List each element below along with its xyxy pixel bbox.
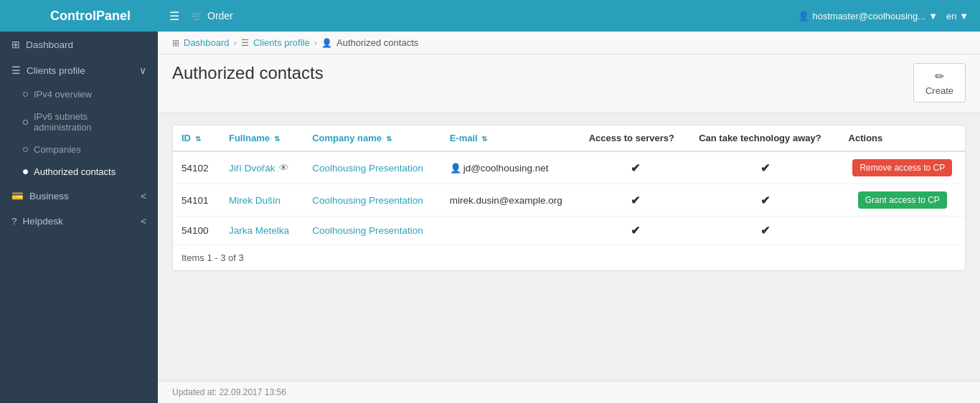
col-company-label: Company name: [312, 133, 382, 143]
page-title: Authorized contacts: [172, 63, 324, 83]
dashboard-icon: ⊞: [11, 39, 20, 50]
order-label: Order: [207, 10, 233, 22]
breadcrumb: ⊞ Dashboard › ☰ Clients profile › 👤 Auth…: [158, 32, 980, 54]
create-icon: ✏: [935, 70, 944, 83]
cell-access-servers: ✔: [580, 184, 691, 217]
cell-take-tech: ✔: [690, 217, 839, 245]
grant-access-button[interactable]: Grant access to CP: [858, 191, 947, 209]
bc-sep-1: ›: [234, 37, 237, 48]
cell-email: [441, 217, 580, 245]
chevron-left-icon-helpdesk: <: [141, 216, 146, 227]
sidebar-item-clients-profile[interactable]: ☰ Clients profile ∨: [0, 57, 158, 83]
col-email[interactable]: E-mail ⇅: [441, 125, 580, 151]
cell-actions: [840, 217, 965, 245]
email-value: mirek.dusin@example.org: [450, 195, 562, 206]
bc-clients-icon: ☰: [241, 38, 249, 48]
lang-selector[interactable]: en ▼: [946, 11, 969, 22]
contacts-table: ID ⇅ Fullname ⇅ Company name ⇅: [173, 125, 965, 245]
sidebar-label-authorized-contacts: Authorized contacts: [34, 166, 116, 177]
col-actions: Actions: [840, 125, 965, 151]
cell-company[interactable]: Coolhousing Presentation: [303, 217, 440, 245]
sidebar-item-companies[interactable]: Companies: [0, 138, 158, 161]
user-info[interactable]: 👤 hostmaster@coolhousing... ▼: [798, 11, 938, 22]
eye-icon[interactable]: 👁: [279, 163, 289, 174]
remove-access-button[interactable]: Remove access to CP: [852, 159, 952, 176]
sidebar-item-authorized-contacts[interactable]: Authorized contacts: [0, 161, 158, 183]
cell-fullname[interactable]: Jarka Metelka: [220, 217, 303, 245]
clients-profile-icon: ☰: [11, 65, 21, 76]
check-access-servers: ✔: [631, 224, 640, 237]
cell-fullname[interactable]: Jiří Dvořák👁: [220, 151, 303, 184]
order-link[interactable]: 🛒 Order: [191, 10, 233, 22]
cell-actions: Remove access to CP: [840, 151, 965, 184]
check-take-tech: ✔: [760, 224, 770, 237]
cell-fullname[interactable]: Mirek Dušín: [220, 184, 303, 217]
nav-right: 👤 hostmaster@coolhousing... ▼ en ▼: [798, 11, 969, 22]
create-button[interactable]: ✏ Create: [913, 63, 966, 103]
bc-current: Authorized contacts: [336, 37, 418, 48]
sidebar-label-ipv4: IPv4 overview: [34, 89, 92, 100]
top-navbar: ControlPanel ☰ 🛒 Order 👤 hostmaster@cool…: [0, 0, 980, 32]
helpdesk-icon: ?: [11, 216, 17, 227]
user-icon: 👤: [798, 11, 809, 22]
brand-logo: ControlPanel: [11, 9, 169, 24]
sort-company-icon: ⇅: [386, 135, 392, 143]
sidebar-item-dashboard[interactable]: ⊞ Dashboard: [0, 32, 158, 57]
check-take-tech: ✔: [760, 162, 770, 174]
sidebar-item-ipv6[interactable]: IPv6 subnets administration: [0, 105, 158, 138]
check-take-tech: ✔: [760, 194, 770, 207]
col-actions-label: Actions: [849, 133, 883, 143]
sidebar-label-dashboard: Dashboard: [26, 39, 73, 50]
col-id-label: ID: [182, 133, 191, 143]
chevron-down-icon: ∨: [139, 65, 146, 76]
col-access-servers: Access to servers?: [580, 125, 691, 151]
col-id[interactable]: ID ⇅: [173, 125, 220, 151]
check-access-servers: ✔: [631, 194, 640, 207]
bc-sep-2: ›: [314, 37, 317, 48]
sidebar-label-clients-profile: Clients profile: [27, 65, 85, 76]
cell-take-tech: ✔: [690, 184, 839, 217]
cell-id: 54102: [173, 151, 220, 184]
cell-email: 👤jd@coolhousing.net: [441, 151, 580, 184]
lang-dropdown-icon: ▼: [959, 11, 969, 22]
cell-access-servers: ✔: [580, 217, 691, 245]
cart-icon: 🛒: [191, 10, 203, 22]
sidebar-item-business[interactable]: 💳 Business <: [0, 183, 158, 209]
sort-email-icon: ⇅: [481, 135, 487, 143]
col-take-tech: Can take technology away?: [690, 125, 839, 151]
bc-dashboard-icon: ⊞: [172, 38, 179, 48]
updated-at: Updated at: 22.09.2017 13:56: [172, 387, 286, 397]
sidebar-item-ipv4[interactable]: IPv4 overview: [0, 83, 158, 105]
sidebar: ⊞ Dashboard ☰ Clients profile ∨ IPv4 ove…: [0, 32, 158, 403]
table-card: ID ⇅ Fullname ⇅ Company name ⇅: [172, 125, 966, 271]
check-access-servers: ✔: [631, 162, 640, 174]
sidebar-label-ipv6: IPv6 subnets administration: [34, 111, 146, 133]
cell-email: mirek.dusin@example.org: [441, 184, 580, 217]
col-fullname[interactable]: Fullname ⇅: [220, 125, 303, 151]
cell-company[interactable]: Coolhousing Presentation: [303, 151, 440, 184]
page-header: Authorized contacts ✏ Create: [158, 54, 980, 113]
sidebar-item-helpdesk[interactable]: ? Helpdesk <: [0, 209, 158, 234]
username-label: hostmaster@coolhousing...: [812, 11, 925, 22]
bc-dashboard-link[interactable]: Dashboard: [184, 37, 230, 48]
nav-left: ☰ 🛒 Order: [169, 9, 798, 23]
table-body: 54102Jiří Dvořák👁Coolhousing Presentatio…: [173, 151, 965, 245]
sidebar-label-companies: Companies: [34, 144, 81, 155]
sub-dot-companies: [23, 147, 28, 152]
sub-dot-authorized-contacts: [23, 169, 28, 174]
cell-id: 54100: [173, 217, 220, 245]
sub-dot-ipv6: [23, 120, 28, 125]
email-user-icon: 👤: [450, 163, 461, 174]
user-dropdown-icon: ▼: [928, 11, 938, 22]
table-row: 54102Jiří Dvořák👁Coolhousing Presentatio…: [173, 151, 965, 184]
create-label: Create: [925, 85, 953, 96]
bc-clients-link[interactable]: Clients profile: [253, 37, 310, 48]
table-row: 54100Jarka MetelkaCoolhousing Presentati…: [173, 217, 965, 245]
cell-company[interactable]: Coolhousing Presentation: [303, 184, 440, 217]
col-take-tech-label: Can take technology away?: [699, 133, 821, 143]
hamburger-icon[interactable]: ☰: [169, 9, 179, 23]
main-layout: ⊞ Dashboard ☰ Clients profile ∨ IPv4 ove…: [0, 32, 980, 403]
col-email-label: E-mail: [450, 133, 478, 143]
col-company[interactable]: Company name ⇅: [303, 125, 440, 151]
table-row: 54101Mirek DušínCoolhousing Presentation…: [173, 184, 965, 217]
